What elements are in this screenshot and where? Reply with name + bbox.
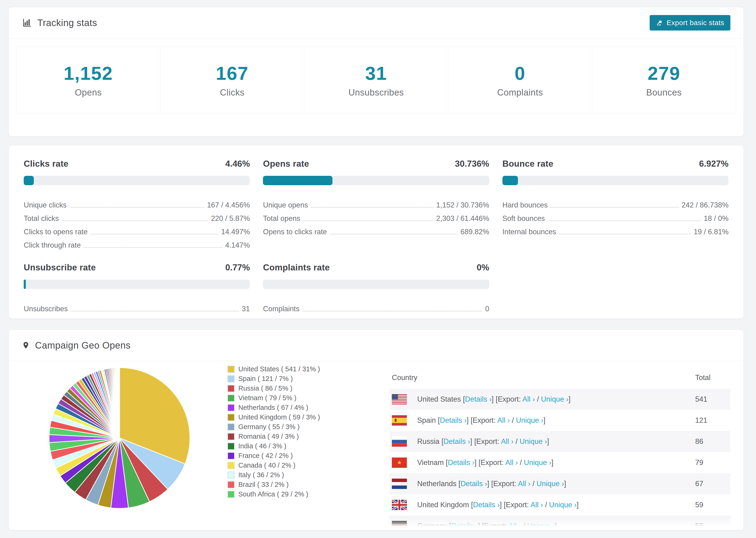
legend-item-united-kingdom[interactable]: United Kingdom ( 59 / 3% ): [228, 412, 338, 422]
details-link[interactable]: Details ›: [451, 522, 478, 530]
rate-progress-fill: [24, 280, 26, 289]
rate-progress-bar: [24, 176, 250, 185]
bar-chart-icon: [22, 18, 32, 28]
country-links: Netherlands [Details ›] [Export: All › /…: [417, 480, 566, 488]
legend-label: Netherlands ( 67 / 4% ): [238, 404, 308, 411]
geo-table-row-de: Germany [Details ›] [Export: All › / Uni…: [390, 515, 730, 530]
rate-block-opens-rate: Opens rate30.736%Unique opens1,152 / 30.…: [263, 159, 489, 249]
export-unique-link[interactable]: Unique ›: [527, 522, 555, 530]
details-link[interactable]: Details ›: [444, 437, 470, 446]
vn-flag-icon: [392, 457, 407, 468]
export-all-link[interactable]: All ›: [518, 480, 530, 488]
export-all-link[interactable]: All ›: [522, 395, 535, 403]
rate-detail-row: Unique clicks167 / 4.456%: [24, 196, 250, 209]
rate-detail-row: Opens to clicks rate689.82%: [263, 223, 489, 236]
country-name: Spain: [417, 416, 436, 424]
legend-item-germany[interactable]: Germany ( 55 / 3% ): [228, 422, 338, 432]
rate-detail-row: Hard bounces242 / 86.738%: [503, 196, 729, 209]
rate-detail-row: Click through rate4.147%: [24, 236, 250, 249]
es-flag-icon: [392, 415, 407, 426]
export-all-link[interactable]: All ›: [501, 437, 513, 446]
geo-pie-wrap: [44, 363, 195, 530]
legend-label: United Kingdom ( 59 / 3% ): [238, 413, 320, 421]
country-links: Vietnam [Details ›] [Export: All › / Uni…: [417, 458, 553, 467]
export-all-link[interactable]: All ›: [505, 458, 518, 467]
rate-value: 0.77%: [225, 263, 250, 273]
dotted-leader: [62, 220, 208, 221]
total-cell: 59: [695, 501, 730, 509]
rate-detail-row: Internal bounces19 / 6.81%: [503, 223, 729, 236]
export-unique-link[interactable]: Unique ›: [519, 437, 547, 446]
country-cell: United States [Details ›] [Export: All ›…: [392, 394, 695, 404]
country-cell: Netherlands [Details ›] [Export: All › /…: [392, 479, 695, 489]
details-link[interactable]: Details ›: [440, 416, 467, 424]
export-all-link[interactable]: All ›: [530, 501, 543, 509]
legend-item-united-states[interactable]: United States ( 541 / 31% ): [228, 364, 338, 374]
rate-block-complaints-rate: Complaints rate0%Complaints0: [263, 263, 489, 313]
rate-block-bounce-rate: Bounce rate6.927%Hard bounces242 / 86.73…: [503, 159, 729, 249]
export-all-link[interactable]: All ›: [509, 522, 521, 530]
stat-label: Bounces: [646, 87, 681, 98]
export-all-link[interactable]: All ›: [497, 416, 510, 424]
export-unique-link[interactable]: Unique ›: [541, 395, 568, 403]
legend-item-netherlands[interactable]: Netherlands ( 67 / 4% ): [228, 403, 338, 412]
details-link[interactable]: Details ›: [460, 480, 487, 488]
country-links: United States [Details ›] [Export: All ›…: [417, 395, 570, 404]
legend-swatch: [228, 375, 235, 382]
rate-title: Opens rate: [263, 159, 309, 169]
country-cell: Vietnam [Details ›] [Export: All › / Uni…: [392, 457, 695, 468]
country-cell: Russia [Details ›] [Export: All › / Uniq…: [392, 436, 695, 447]
legend-label: Italy ( 36 / 2% ): [238, 471, 284, 479]
export-unique-link[interactable]: Unique ›: [516, 416, 543, 424]
legend-item-india[interactable]: India ( 46 / 3% ): [228, 441, 338, 451]
summary-tiles: 1,152Opens167Clicks31Unsubscribes0Compla…: [16, 46, 736, 114]
geo-table-row-gb: United Kingdom [Details ›] [Export: All …: [390, 494, 730, 515]
rate-progress-fill: [503, 176, 518, 185]
detail-label: Soft bounces: [503, 214, 545, 223]
geo-table-row-ru: Russia [Details ›] [Export: All › / Uniq…: [390, 431, 730, 452]
detail-value: 31: [242, 305, 250, 313]
geo-table-row-nl: Netherlands [Details ›] [Export: All › /…: [390, 473, 730, 494]
detail-label: Internal bounces: [503, 228, 556, 236]
country-cell: Spain [Details ›] [Export: All › / Uniqu…: [392, 415, 695, 426]
legend-item-romania[interactable]: Romania ( 49 / 3% ): [228, 432, 338, 441]
legend-item-brazil[interactable]: Brazil ( 33 / 2% ): [228, 480, 338, 489]
details-link[interactable]: Details ›: [465, 395, 492, 403]
rate-detail-row: Complaints0: [263, 300, 489, 313]
export-unique-link[interactable]: Unique ›: [524, 458, 551, 467]
export-basic-stats-button[interactable]: Export basic stats: [650, 15, 730, 30]
legend-item-spain[interactable]: Spain ( 121 / 7% ): [228, 374, 338, 384]
legend-item-canada[interactable]: Canada ( 40 / 2% ): [228, 460, 338, 470]
country-links: United Kingdom [Details ›] [Export: All …: [417, 501, 579, 509]
export-unique-link[interactable]: Unique ›: [536, 480, 564, 488]
details-link[interactable]: Details ›: [448, 458, 474, 467]
details-link[interactable]: Details ›: [473, 501, 500, 509]
detail-value: 689.82%: [460, 228, 489, 236]
legend-item-russia[interactable]: Russia ( 86 / 5% ): [228, 384, 338, 393]
legend-item-italy[interactable]: Italy ( 36 / 2% ): [228, 470, 338, 480]
legend-swatch: [228, 452, 235, 459]
gb-flag-icon: [392, 500, 407, 510]
legend-swatch: [228, 443, 235, 450]
geo-title-wrap: Campaign Geo Opens: [22, 340, 131, 351]
detail-value: 4.147%: [225, 241, 250, 249]
legend-item-france[interactable]: France ( 42 / 2% ): [228, 451, 338, 460]
dotted-leader: [302, 311, 482, 311]
legend-item-south-africa[interactable]: South Africa ( 29 / 2% ): [228, 489, 338, 499]
detail-label: Unique clicks: [24, 201, 67, 209]
detail-value: 1,152 / 30.736%: [436, 201, 489, 209]
rate-title: Complaints rate: [263, 263, 330, 273]
legend-swatch: [228, 462, 235, 469]
rate-detail-row: Soft bounces18 / 0%: [503, 209, 729, 223]
legend-item-vietnam[interactable]: Vietnam ( 79 / 5% ): [228, 393, 338, 403]
rate-detail-row: Unique opens1,152 / 30.736%: [263, 196, 489, 209]
legend-swatch: [228, 471, 235, 479]
rate-value: 6.927%: [699, 159, 729, 169]
geo-table-row-es: Spain [Details ›] [Export: All › / Uniqu…: [390, 410, 730, 431]
geo-header: Campaign Geo Opens: [9, 330, 743, 361]
geo-table-rows: United States [Details ›] [Export: All ›…: [390, 389, 730, 530]
dotted-leader: [70, 207, 204, 208]
export-unique-link[interactable]: Unique ›: [549, 501, 577, 509]
dotted-leader: [330, 234, 458, 235]
rate-title: Unsubscribe rate: [24, 263, 96, 273]
